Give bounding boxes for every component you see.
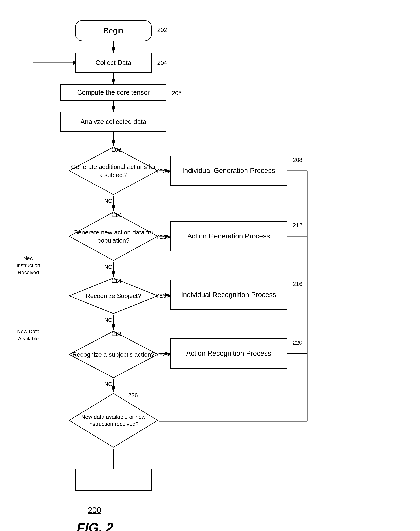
- diamond-218-label: Recognize a subject's action?: [71, 349, 156, 360]
- diamond-210: Generate new action data for population?: [68, 211, 159, 262]
- collect-data-label: Collect Data: [95, 59, 131, 67]
- action-gen-label: Action Generation Process: [187, 232, 270, 241]
- ref-216: 216: [293, 281, 302, 287]
- yes-218: YES►: [155, 351, 172, 357]
- diamond-206-label: Generate additional actions for a subjec…: [68, 161, 159, 181]
- bottom-output-box: [75, 469, 152, 491]
- figure-number: 200: [88, 506, 101, 515]
- action-gen-box: Action Generation Process: [170, 221, 287, 251]
- analyze-data-shape: Analyze collected data: [60, 112, 166, 132]
- begin-label: Begin: [104, 26, 123, 35]
- diamond-214-label: Recognize Subject?: [84, 290, 143, 302]
- new-instruction-label: New InstructionReceived: [16, 255, 40, 276]
- individual-rec-box: Individual Recognition Process: [170, 280, 287, 310]
- new-data-label: New DataAvailable: [16, 328, 40, 342]
- diamond-226: New data available or new instruction re…: [68, 392, 159, 449]
- no-214: NO: [104, 317, 113, 323]
- ref-204: 204: [157, 60, 167, 66]
- ref-206: 206: [112, 146, 121, 153]
- ref-218: 218: [112, 331, 121, 338]
- no-218: NO: [104, 381, 113, 387]
- diamond-210-label: Generate new action data for population?: [68, 226, 159, 246]
- ref-220: 220: [293, 339, 302, 346]
- compute-tensor-label: Compute the core tensor: [77, 89, 150, 96]
- figure-title: FIG. 2: [77, 520, 113, 531]
- ref-226: 226: [128, 392, 138, 399]
- analyze-data-label: Analyze collected data: [80, 118, 146, 126]
- diagram-container: Begin 202 Collect Data 204 Compute the c…: [15, 7, 399, 520]
- diamond-226-label: New data available or new instruction re…: [68, 411, 159, 429]
- individual-rec-label: Individual Recognition Process: [181, 290, 276, 299]
- ref-214: 214: [112, 277, 121, 284]
- ref-202: 202: [157, 27, 167, 33]
- collect-data-shape: Collect Data: [75, 53, 152, 73]
- compute-tensor-shape: Compute the core tensor: [60, 84, 166, 101]
- action-rec-box: Action Recognition Process: [170, 338, 287, 369]
- begin-shape: Begin: [75, 20, 152, 41]
- ref-208: 208: [293, 157, 302, 163]
- no-210: NO: [104, 264, 113, 270]
- individual-gen-label: Individual Generation Process: [182, 166, 275, 175]
- no-206: NO: [104, 198, 113, 204]
- ref-205: 205: [172, 90, 182, 97]
- yes-214: YES►: [155, 293, 172, 299]
- ref-212: 212: [293, 222, 302, 229]
- individual-gen-box: Individual Generation Process: [170, 156, 287, 186]
- ref-210: 210: [112, 211, 121, 218]
- action-rec-label: Action Recognition Process: [186, 349, 271, 358]
